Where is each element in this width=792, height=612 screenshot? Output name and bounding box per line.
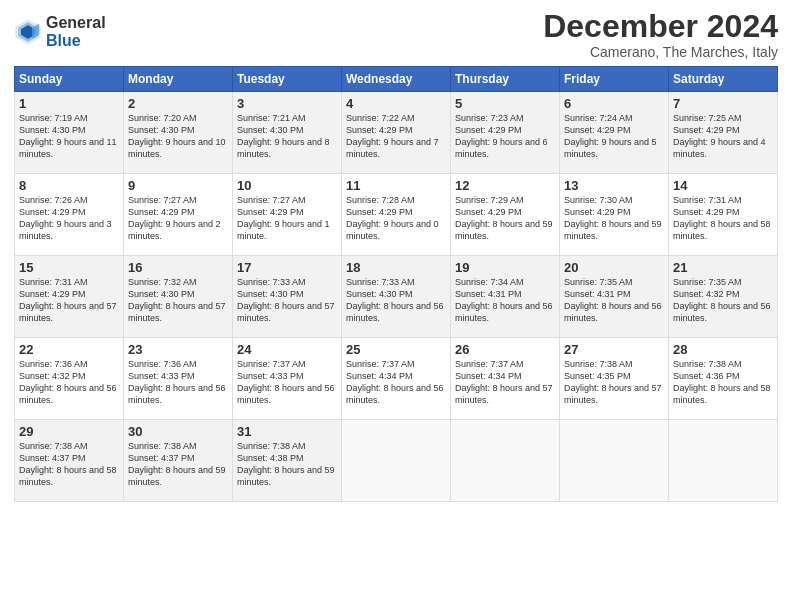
day-number: 24	[237, 342, 337, 357]
calendar-cell: 15Sunrise: 7:31 AMSunset: 4:29 PMDayligh…	[15, 256, 124, 338]
day-number: 4	[346, 96, 446, 111]
calendar-cell: 23Sunrise: 7:36 AMSunset: 4:33 PMDayligh…	[124, 338, 233, 420]
cell-info: Sunrise: 7:38 AMSunset: 4:38 PMDaylight:…	[237, 440, 337, 489]
day-number: 13	[564, 178, 664, 193]
cell-info: Sunrise: 7:28 AMSunset: 4:29 PMDaylight:…	[346, 194, 446, 243]
logo: General Blue	[14, 14, 106, 49]
calendar-cell	[451, 420, 560, 502]
calendar-cell: 27Sunrise: 7:38 AMSunset: 4:35 PMDayligh…	[560, 338, 669, 420]
day-number: 5	[455, 96, 555, 111]
calendar-week-3: 15Sunrise: 7:31 AMSunset: 4:29 PMDayligh…	[15, 256, 778, 338]
cell-info: Sunrise: 7:37 AMSunset: 4:34 PMDaylight:…	[346, 358, 446, 407]
cell-info: Sunrise: 7:31 AMSunset: 4:29 PMDaylight:…	[673, 194, 773, 243]
cell-info: Sunrise: 7:24 AMSunset: 4:29 PMDaylight:…	[564, 112, 664, 161]
cell-info: Sunrise: 7:29 AMSunset: 4:29 PMDaylight:…	[455, 194, 555, 243]
logo-icon	[14, 18, 42, 46]
location-subtitle: Camerano, The Marches, Italy	[543, 44, 778, 60]
calendar-cell: 2Sunrise: 7:20 AMSunset: 4:30 PMDaylight…	[124, 92, 233, 174]
day-number: 19	[455, 260, 555, 275]
cell-info: Sunrise: 7:25 AMSunset: 4:29 PMDaylight:…	[673, 112, 773, 161]
day-number: 8	[19, 178, 119, 193]
cell-info: Sunrise: 7:36 AMSunset: 4:32 PMDaylight:…	[19, 358, 119, 407]
calendar-cell: 9Sunrise: 7:27 AMSunset: 4:29 PMDaylight…	[124, 174, 233, 256]
calendar-table: SundayMondayTuesdayWednesdayThursdayFrid…	[14, 66, 778, 502]
day-number: 15	[19, 260, 119, 275]
calendar-cell: 30Sunrise: 7:38 AMSunset: 4:37 PMDayligh…	[124, 420, 233, 502]
calendar-cell: 18Sunrise: 7:33 AMSunset: 4:30 PMDayligh…	[342, 256, 451, 338]
day-number: 16	[128, 260, 228, 275]
day-number: 6	[564, 96, 664, 111]
calendar-cell: 17Sunrise: 7:33 AMSunset: 4:30 PMDayligh…	[233, 256, 342, 338]
weekday-header-saturday: Saturday	[669, 67, 778, 92]
weekday-header-thursday: Thursday	[451, 67, 560, 92]
weekday-header-tuesday: Tuesday	[233, 67, 342, 92]
calendar-cell	[342, 420, 451, 502]
day-number: 23	[128, 342, 228, 357]
day-number: 29	[19, 424, 119, 439]
cell-info: Sunrise: 7:30 AMSunset: 4:29 PMDaylight:…	[564, 194, 664, 243]
calendar-cell: 10Sunrise: 7:27 AMSunset: 4:29 PMDayligh…	[233, 174, 342, 256]
calendar-cell	[669, 420, 778, 502]
cell-info: Sunrise: 7:38 AMSunset: 4:35 PMDaylight:…	[564, 358, 664, 407]
calendar-cell: 13Sunrise: 7:30 AMSunset: 4:29 PMDayligh…	[560, 174, 669, 256]
cell-info: Sunrise: 7:37 AMSunset: 4:34 PMDaylight:…	[455, 358, 555, 407]
cell-info: Sunrise: 7:23 AMSunset: 4:29 PMDaylight:…	[455, 112, 555, 161]
calendar-cell: 1Sunrise: 7:19 AMSunset: 4:30 PMDaylight…	[15, 92, 124, 174]
cell-info: Sunrise: 7:35 AMSunset: 4:31 PMDaylight:…	[564, 276, 664, 325]
day-number: 7	[673, 96, 773, 111]
day-number: 31	[237, 424, 337, 439]
cell-info: Sunrise: 7:21 AMSunset: 4:30 PMDaylight:…	[237, 112, 337, 161]
calendar-cell: 21Sunrise: 7:35 AMSunset: 4:32 PMDayligh…	[669, 256, 778, 338]
cell-info: Sunrise: 7:27 AMSunset: 4:29 PMDaylight:…	[128, 194, 228, 243]
calendar-cell: 8Sunrise: 7:26 AMSunset: 4:29 PMDaylight…	[15, 174, 124, 256]
calendar-cell: 26Sunrise: 7:37 AMSunset: 4:34 PMDayligh…	[451, 338, 560, 420]
day-number: 21	[673, 260, 773, 275]
calendar-cell: 5Sunrise: 7:23 AMSunset: 4:29 PMDaylight…	[451, 92, 560, 174]
calendar-cell: 22Sunrise: 7:36 AMSunset: 4:32 PMDayligh…	[15, 338, 124, 420]
logo-text: General Blue	[46, 14, 106, 49]
calendar-cell: 29Sunrise: 7:38 AMSunset: 4:37 PMDayligh…	[15, 420, 124, 502]
calendar-week-5: 29Sunrise: 7:38 AMSunset: 4:37 PMDayligh…	[15, 420, 778, 502]
day-number: 25	[346, 342, 446, 357]
day-number: 18	[346, 260, 446, 275]
calendar-cell: 6Sunrise: 7:24 AMSunset: 4:29 PMDaylight…	[560, 92, 669, 174]
cell-info: Sunrise: 7:37 AMSunset: 4:33 PMDaylight:…	[237, 358, 337, 407]
calendar-cell: 11Sunrise: 7:28 AMSunset: 4:29 PMDayligh…	[342, 174, 451, 256]
day-number: 10	[237, 178, 337, 193]
calendar-cell: 28Sunrise: 7:38 AMSunset: 4:36 PMDayligh…	[669, 338, 778, 420]
calendar-week-4: 22Sunrise: 7:36 AMSunset: 4:32 PMDayligh…	[15, 338, 778, 420]
day-number: 28	[673, 342, 773, 357]
cell-info: Sunrise: 7:31 AMSunset: 4:29 PMDaylight:…	[19, 276, 119, 325]
weekday-header-sunday: Sunday	[15, 67, 124, 92]
calendar-cell: 16Sunrise: 7:32 AMSunset: 4:30 PMDayligh…	[124, 256, 233, 338]
weekday-header-row: SundayMondayTuesdayWednesdayThursdayFrid…	[15, 67, 778, 92]
calendar-cell: 19Sunrise: 7:34 AMSunset: 4:31 PMDayligh…	[451, 256, 560, 338]
calendar-week-1: 1Sunrise: 7:19 AMSunset: 4:30 PMDaylight…	[15, 92, 778, 174]
day-number: 17	[237, 260, 337, 275]
calendar-cell: 24Sunrise: 7:37 AMSunset: 4:33 PMDayligh…	[233, 338, 342, 420]
title-block: December 2024 Camerano, The Marches, Ita…	[543, 10, 778, 60]
header: General Blue December 2024 Camerano, The…	[14, 10, 778, 60]
cell-info: Sunrise: 7:32 AMSunset: 4:30 PMDaylight:…	[128, 276, 228, 325]
day-number: 1	[19, 96, 119, 111]
day-number: 9	[128, 178, 228, 193]
month-title: December 2024	[543, 10, 778, 42]
calendar-week-2: 8Sunrise: 7:26 AMSunset: 4:29 PMDaylight…	[15, 174, 778, 256]
cell-info: Sunrise: 7:26 AMSunset: 4:29 PMDaylight:…	[19, 194, 119, 243]
day-number: 2	[128, 96, 228, 111]
calendar-cell: 14Sunrise: 7:31 AMSunset: 4:29 PMDayligh…	[669, 174, 778, 256]
day-number: 3	[237, 96, 337, 111]
cell-info: Sunrise: 7:35 AMSunset: 4:32 PMDaylight:…	[673, 276, 773, 325]
page-container: General Blue December 2024 Camerano, The…	[0, 0, 792, 510]
weekday-header-friday: Friday	[560, 67, 669, 92]
cell-info: Sunrise: 7:33 AMSunset: 4:30 PMDaylight:…	[237, 276, 337, 325]
calendar-cell: 31Sunrise: 7:38 AMSunset: 4:38 PMDayligh…	[233, 420, 342, 502]
cell-info: Sunrise: 7:19 AMSunset: 4:30 PMDaylight:…	[19, 112, 119, 161]
day-number: 26	[455, 342, 555, 357]
cell-info: Sunrise: 7:33 AMSunset: 4:30 PMDaylight:…	[346, 276, 446, 325]
calendar-cell: 3Sunrise: 7:21 AMSunset: 4:30 PMDaylight…	[233, 92, 342, 174]
cell-info: Sunrise: 7:22 AMSunset: 4:29 PMDaylight:…	[346, 112, 446, 161]
weekday-header-monday: Monday	[124, 67, 233, 92]
day-number: 20	[564, 260, 664, 275]
day-number: 12	[455, 178, 555, 193]
